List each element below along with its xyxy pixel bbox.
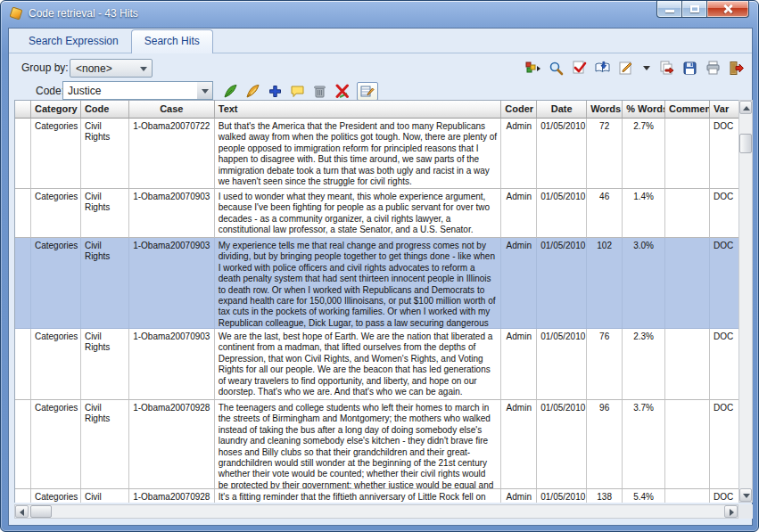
groupby-dropdown[interactable]: <none> — [70, 59, 153, 78]
cell-percent-words: 2.7% — [623, 119, 665, 189]
code-label: Code: — [36, 85, 64, 97]
header-coder[interactable]: Coder — [501, 101, 537, 119]
save-icon[interactable] — [682, 61, 697, 76]
search-hits-table: Category Code Case Text Coder Date Words… — [14, 100, 738, 503]
scroll-right-button[interactable] — [724, 505, 738, 518]
cell-indicator — [15, 189, 31, 238]
scroll-left-button[interactable] — [15, 505, 29, 518]
table-row[interactable]: Categories Civil Rights 1-Obama20070903 … — [15, 329, 738, 400]
table-row[interactable]: Categories Civil Rights 1-Obama20070722 … — [15, 119, 738, 189]
table-row[interactable]: Categories Civil Rights 1-Obama20070903 … — [15, 189, 738, 238]
header-case[interactable]: Case — [129, 101, 215, 119]
scroll-down-button[interactable] — [739, 488, 752, 502]
comment-icon[interactable] — [290, 84, 305, 99]
maximize-icon — [690, 5, 699, 12]
header-text[interactable]: Text — [215, 101, 502, 119]
cell-words: 72 — [587, 119, 623, 189]
header-code[interactable]: Code — [81, 101, 129, 119]
cell-code: Civil Rights — [81, 329, 129, 400]
edit-dropdown-button[interactable] — [641, 61, 651, 76]
recode-quill-icon[interactable] — [245, 84, 260, 99]
cell-category: Categories — [31, 238, 81, 329]
header-indicator[interactable] — [15, 101, 31, 119]
cell-comment — [665, 238, 710, 329]
cell-coder: Admin — [501, 189, 537, 238]
import-book-icon[interactable] — [595, 61, 610, 76]
vertical-scrollbar[interactable] — [738, 100, 753, 503]
table-edit-toggle-button[interactable] — [357, 82, 378, 101]
minimize-button[interactable] — [656, 1, 682, 18]
add-icon[interactable] — [268, 84, 283, 99]
cell-date: 01/05/2010 — [537, 329, 587, 400]
header-percent-words[interactable]: % Words — [623, 101, 665, 119]
close-button[interactable] — [707, 1, 749, 18]
cell-percent-words: 3.0% — [623, 238, 665, 329]
vertical-scroll-thumb[interactable] — [739, 134, 752, 153]
delete-trash-icon[interactable] — [312, 84, 327, 99]
cell-text: I used to wonder what they meant, this w… — [215, 189, 502, 238]
hits-table-body: Categories Civil Rights 1-Obama20070722 … — [15, 119, 738, 503]
cell-var: DOC — [710, 119, 738, 189]
cell-var: DOC — [710, 400, 738, 489]
retrieval-toolbar — [525, 61, 744, 76]
table-row[interactable]: Categories Civil Rights 1-Obama20070903 … — [15, 238, 738, 329]
cell-date: 01/05/2010 — [537, 489, 587, 503]
zoom-icon[interactable] — [549, 61, 564, 76]
cell-comment — [665, 489, 710, 503]
cell-date: 01/05/2010 — [537, 400, 587, 489]
header-words[interactable]: Words — [587, 101, 623, 119]
titlebar[interactable]: Code retrieval - 43 Hits — [1, 1, 758, 28]
cell-text: It's a fitting reminder that the fiftiet… — [215, 489, 502, 503]
export-copy-icon[interactable] — [659, 61, 674, 76]
screen: Code retrieval - 43 Hits Search Expressi… — [0, 0, 759, 532]
cell-indicator — [15, 119, 31, 189]
cell-case: 1-Obama20070903 — [129, 189, 215, 238]
cell-coder: Admin — [501, 489, 537, 503]
chevron-down-icon — [202, 89, 209, 94]
scroll-up-button[interactable] — [739, 101, 752, 114]
header-var[interactable]: Var — [710, 101, 738, 119]
tab-search-hits[interactable]: Search Hits — [131, 29, 213, 53]
table-row[interactable]: Categories Civil Rights 1-Obama20070928 … — [15, 489, 738, 503]
retrieval-chart-icon[interactable] — [525, 61, 540, 76]
arrow-up-icon — [743, 106, 750, 110]
tab-search-expression[interactable]: Search Expression — [16, 30, 131, 53]
spelling-check-icon[interactable] — [572, 61, 587, 76]
cell-words: 102 — [587, 238, 623, 329]
exit-icon[interactable] — [729, 61, 744, 76]
horizontal-scroll-thumb[interactable] — [30, 505, 52, 518]
code-combo-dropdown-button[interactable] — [197, 81, 213, 100]
minimize-icon — [665, 10, 674, 12]
code-combobox[interactable]: Justice — [62, 81, 198, 100]
code-retrieval-window: Code retrieval - 43 Hits Search Expressi… — [0, 0, 759, 532]
remove-coding-icon[interactable] — [334, 84, 350, 99]
cell-words: 76 — [587, 329, 623, 400]
window-controls — [656, 1, 749, 18]
print-icon[interactable] — [705, 61, 721, 76]
horizontal-scrollbar[interactable] — [14, 504, 738, 519]
cell-code: Civil Rights — [81, 119, 129, 189]
cell-var: DOC — [710, 329, 738, 400]
app-icon — [9, 6, 22, 20]
cell-percent-words: 3.7% — [623, 400, 665, 489]
header-date[interactable]: Date — [537, 101, 587, 119]
cell-text: My experience tells me that real change … — [215, 238, 502, 329]
assign-code-quill-icon[interactable] — [223, 84, 238, 99]
cell-indicator — [15, 329, 31, 400]
tabstrip: Search Expression Search Hits — [9, 29, 752, 53]
cell-category: Categories — [31, 489, 81, 503]
edit-icon[interactable] — [618, 61, 633, 76]
cell-code: Civil Rights — [81, 489, 129, 503]
close-icon — [722, 4, 733, 14]
header-category[interactable]: Category — [31, 101, 81, 119]
scrollbar-corner — [738, 504, 753, 519]
groupby-value: <none> — [76, 62, 112, 75]
arrow-left-icon — [20, 509, 24, 516]
cell-comment — [665, 400, 710, 489]
cell-comment — [665, 119, 710, 189]
chevron-down-icon — [140, 67, 147, 71]
header-comment[interactable]: Comment — [665, 101, 710, 119]
table-row[interactable]: Categories Civil Rights 1-Obama20070928 … — [15, 400, 738, 489]
cell-category: Categories — [31, 329, 81, 400]
maximize-button[interactable] — [682, 1, 707, 18]
